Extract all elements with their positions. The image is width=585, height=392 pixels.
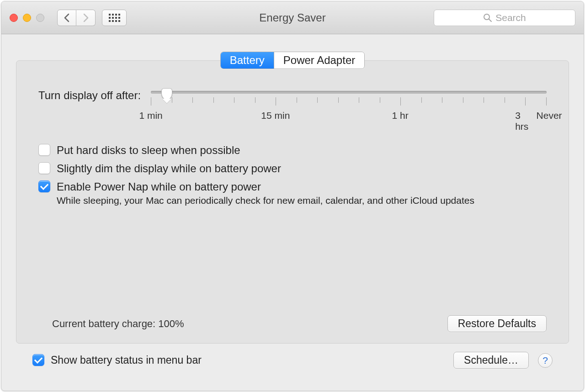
show-all-button[interactable] [102,10,127,26]
search-input[interactable]: Search [434,10,575,26]
tick-1hr: 1 hr [392,110,409,121]
display-off-slider[interactable]: 1 min 15 min 1 hr 3 hrs Never [151,86,547,123]
preferences-window: Energy Saver Search Battery Power Adapte… [1,1,584,391]
slider-ticks [151,97,547,106]
tick-never: Never [537,110,562,121]
check-menu-bar[interactable]: Show battery status in menu bar [32,354,202,366]
tab-control: Battery Power Adapter [220,52,365,69]
tick-3hrs: 3 hrs [515,110,536,132]
help-icon: ? [542,355,548,366]
search-placeholder: Search [495,12,526,23]
tab-power-adapter[interactable]: Power Adapter [274,52,364,69]
forward-button [76,10,96,26]
close-window-button[interactable] [10,14,18,22]
check-hard-disks-label: Put hard disks to sleep when possible [57,144,240,157]
check-power-nap-label: Enable Power Nap while on battery power [57,180,261,193]
battery-charge-status: Current battery charge: 100% [52,318,184,330]
nav-buttons [57,10,96,26]
check-hard-disks[interactable]: Put hard disks to sleep when possible [38,144,547,157]
chevron-left-icon [64,13,70,22]
grid-icon [109,14,120,22]
panel-bottom-row: Current battery charge: 100% Restore Def… [38,306,547,332]
checkbox-icon [38,144,50,156]
search-icon [483,13,492,22]
check-power-nap[interactable]: Enable Power Nap while on battery power [38,180,547,193]
fullscreen-window-button [36,14,44,22]
slider-thumb[interactable] [161,88,172,100]
help-button[interactable]: ? [538,353,553,368]
checkbox-checked-icon [38,180,50,192]
checkbox-icon [38,162,50,174]
slider-tick-labels: 1 min 15 min 1 hr 3 hrs Never [151,110,547,123]
slider-track [151,91,547,94]
schedule-button[interactable]: Schedule… [453,352,529,369]
restore-defaults-button[interactable]: Restore Defaults [447,315,547,332]
svg-point-0 [484,14,489,20]
display-off-label: Turn display off after: [38,86,141,102]
titlebar: Energy Saver Search [1,1,584,34]
check-dim-display[interactable]: Slightly dim the display while on batter… [38,162,547,175]
minimize-window-button[interactable] [23,14,31,22]
settings-panel: Turn display off after: 1 min 15 min [16,60,569,344]
svg-line-1 [489,19,491,21]
power-nap-description: While sleeping, your Mac can periodicall… [57,195,547,206]
traffic-lights [10,14,44,22]
tab-battery[interactable]: Battery [221,52,274,69]
check-dim-display-label: Slightly dim the display while on batter… [57,162,281,175]
content-area: Battery Power Adapter Turn display off a… [1,34,584,391]
checkbox-list: Put hard disks to sleep when possible Sl… [38,144,547,206]
checkbox-checked-icon [32,354,44,366]
back-button[interactable] [57,10,76,26]
check-menu-bar-label: Show battery status in menu bar [51,354,202,366]
display-off-row: Turn display off after: 1 min 15 min [38,86,547,123]
footer: Show battery status in menu bar Schedule… [16,344,569,380]
tick-1min: 1 min [139,110,162,121]
tick-15min: 15 min [261,110,290,121]
chevron-right-icon [83,13,89,22]
